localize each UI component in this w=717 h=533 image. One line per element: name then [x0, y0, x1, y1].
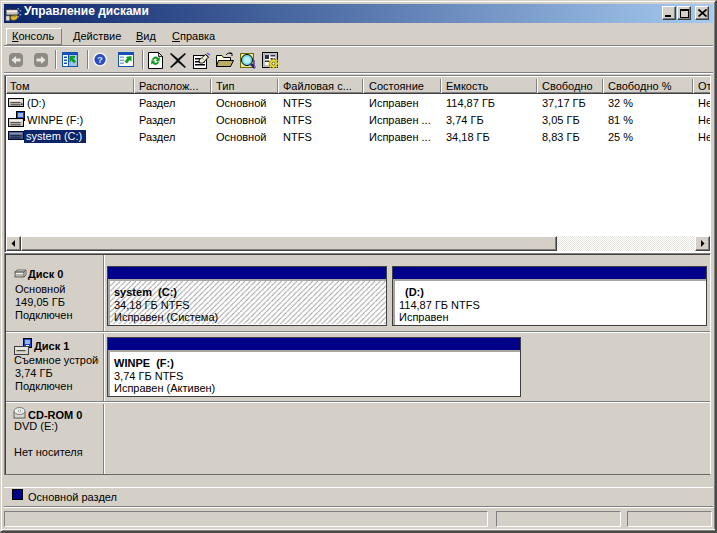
svg-text:?: ? [97, 55, 103, 65]
